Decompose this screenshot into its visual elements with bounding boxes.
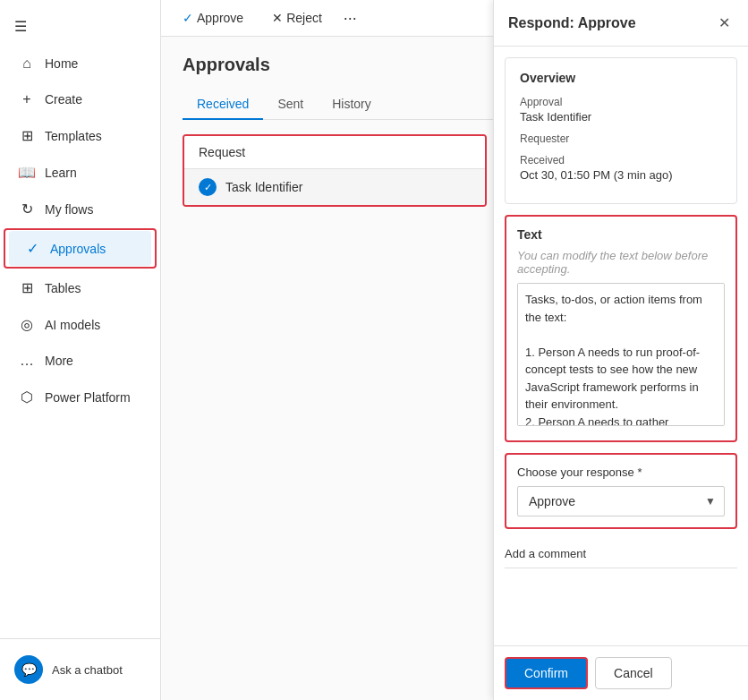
action-buttons: Confirm Cancel xyxy=(494,645,748,700)
more-options-button[interactable]: ··· xyxy=(344,9,357,28)
task-identifier-label: Task Identifier xyxy=(225,180,302,194)
overview-title: Overview xyxy=(520,71,722,85)
sidebar-item-create[interactable]: + Create xyxy=(4,82,157,116)
sidebar-item-label: More xyxy=(45,354,73,368)
dropdown-wrapper: Approve Reject ▼ xyxy=(517,486,725,516)
tab-sent[interactable]: Sent xyxy=(263,90,318,120)
response-label: Choose your response * xyxy=(517,465,725,479)
sidebar-item-power-platform[interactable]: ⬡ Power Platform xyxy=(4,380,157,414)
sidebar-item-more[interactable]: … More xyxy=(4,344,157,378)
row-check-icon: ✓ xyxy=(199,178,217,196)
sidebar-item-label: Power Platform xyxy=(45,390,131,405)
comment-section: Add a comment xyxy=(494,540,748,568)
table-row[interactable]: ✓ Task Identifier xyxy=(184,169,485,205)
panel-title: Respond: Approve xyxy=(508,15,636,31)
tab-history[interactable]: History xyxy=(318,90,386,120)
sidebar-item-approvals[interactable]: ✓ Approvals xyxy=(9,231,151,266)
menu-icon: ☰ xyxy=(14,19,27,34)
more-icon: … xyxy=(18,353,36,369)
text-section: Text You can modify the text below befor… xyxy=(505,215,737,442)
response-dropdown[interactable]: Approve Reject xyxy=(517,486,725,516)
approval-field: Approval Task Identifier xyxy=(520,96,722,124)
power-platform-icon: ⬡ xyxy=(18,388,36,405)
sidebar-toggle[interactable]: ☰ xyxy=(0,7,160,46)
x-icon: ✕ xyxy=(272,11,283,25)
tables-icon: ⊞ xyxy=(18,279,36,296)
approve-label: Approve xyxy=(197,11,243,25)
approve-button[interactable]: ✓ Approve xyxy=(175,7,251,29)
confirm-button[interactable]: Confirm xyxy=(505,657,588,689)
sidebar-item-label: AI models xyxy=(45,318,100,332)
sidebar-item-learn[interactable]: 📖 Learn xyxy=(4,155,157,190)
sidebar-item-label: Tables xyxy=(45,281,81,295)
sidebar-item-ai-models[interactable]: ◎ AI models xyxy=(4,307,157,342)
comment-label: Add a comment xyxy=(505,547,737,560)
checkmark-icon: ✓ xyxy=(183,11,193,25)
chatbot-avatar: 💬 xyxy=(14,655,43,684)
templates-icon: ⊞ xyxy=(18,127,36,144)
text-hint: You can modify the text below before acc… xyxy=(517,249,725,276)
sidebar-item-home[interactable]: ⌂ Home xyxy=(4,47,157,81)
chatbot-button[interactable]: 💬 Ask a chatbot xyxy=(0,646,160,693)
sidebar-item-label: Approvals xyxy=(50,242,106,256)
overview-section: Overview Approval Task Identifier Reques… xyxy=(505,57,737,204)
sidebar-item-label: My flows xyxy=(45,202,93,217)
sidebar: ☰ ⌂ Home + Create ⊞ Templates 📖 Learn ↻ … xyxy=(0,0,161,700)
approval-value: Task Identifier xyxy=(520,110,722,124)
panel-header: Respond: Approve ✕ xyxy=(494,0,748,47)
sidebar-item-tables[interactable]: ⊞ Tables xyxy=(4,270,157,305)
sidebar-item-label: Learn xyxy=(45,166,77,180)
main-content: ✓ Approve ✕ Reject ··· Approvals Receive… xyxy=(161,0,748,700)
approvals-icon: ✓ xyxy=(23,240,41,257)
ai-icon: ◎ xyxy=(18,316,36,333)
requester-field: Requester xyxy=(520,132,722,145)
sidebar-item-templates[interactable]: ⊞ Templates xyxy=(4,118,157,153)
request-table-header: Request xyxy=(184,136,485,169)
chatbot-label: Ask a chatbot xyxy=(52,663,123,677)
received-label: Received xyxy=(520,154,722,166)
reject-button[interactable]: ✕ Reject xyxy=(265,7,329,29)
home-icon: ⌂ xyxy=(18,55,36,72)
close-button[interactable]: ✕ xyxy=(715,13,734,33)
text-textarea[interactable] xyxy=(517,283,725,426)
text-section-title: Text xyxy=(517,227,725,242)
sidebar-item-label: Create xyxy=(45,92,82,107)
sidebar-item-my-flows[interactable]: ↻ My flows xyxy=(4,192,157,226)
reject-label: Reject xyxy=(286,11,322,25)
dots-icon: ··· xyxy=(344,9,357,27)
request-table: Request ✓ Task Identifier xyxy=(183,134,487,207)
create-icon: + xyxy=(18,91,36,107)
right-panel: Respond: Approve ✕ Overview Approval Tas… xyxy=(493,0,748,700)
divider xyxy=(505,568,737,568)
cancel-button[interactable]: Cancel xyxy=(595,657,672,689)
received-field: Received Oct 30, 01:50 PM (3 min ago) xyxy=(520,154,722,182)
received-value: Oct 30, 01:50 PM (3 min ago) xyxy=(520,168,722,182)
sidebar-item-label: Templates xyxy=(45,129,102,143)
sidebar-item-label: Home xyxy=(45,56,78,71)
tab-received[interactable]: Received xyxy=(183,90,263,120)
requester-label: Requester xyxy=(520,132,722,145)
approval-label: Approval xyxy=(520,96,722,108)
learn-icon: 📖 xyxy=(18,164,36,181)
flows-icon: ↻ xyxy=(18,201,36,218)
response-section: Choose your response * Approve Reject ▼ xyxy=(505,453,737,529)
